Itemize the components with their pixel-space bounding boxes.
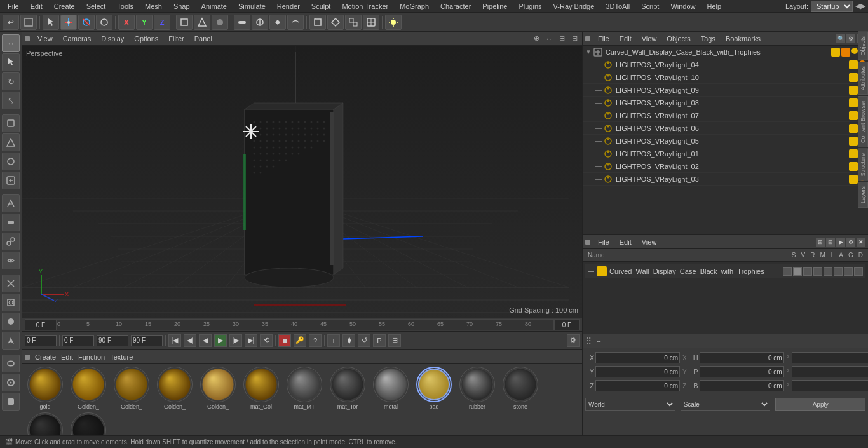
attr-view-menu[interactable]: View bbox=[639, 237, 660, 247]
record-btn[interactable]: ⏺ bbox=[278, 334, 291, 347]
material-item-Golden_[interactable]: Golden_ bbox=[198, 367, 238, 410]
menu-motion-tracker[interactable]: Motion Tracker bbox=[337, 1, 393, 11]
material-item-rubber[interactable]: rubber bbox=[457, 367, 498, 410]
key-btn[interactable]: ⧫ bbox=[342, 334, 355, 347]
edge-mode-btn[interactable] bbox=[194, 15, 210, 30]
undo-btn[interactable]: ↩ bbox=[3, 15, 19, 30]
tool-c[interactable] bbox=[2, 153, 20, 170]
axis-z-btn[interactable]: Z bbox=[154, 15, 170, 30]
move-tool-left[interactable]: ↔ bbox=[2, 34, 20, 52]
scale-tool-btn[interactable] bbox=[78, 15, 95, 30]
menu-edit[interactable]: Edit bbox=[25, 1, 48, 11]
menu-plugins[interactable]: Plugins bbox=[513, 1, 546, 11]
transport-start[interactable] bbox=[62, 335, 94, 346]
coord-angle-2[interactable] bbox=[792, 366, 868, 377]
tool-i[interactable] bbox=[2, 275, 20, 292]
coord-y-pos[interactable] bbox=[595, 366, 680, 377]
tool-a[interactable] bbox=[2, 114, 20, 132]
menu-render[interactable]: Render bbox=[272, 1, 305, 11]
tool5[interactable] bbox=[234, 15, 250, 30]
material-item-gold[interactable]: gold bbox=[25, 367, 65, 410]
tool8[interactable] bbox=[287, 15, 304, 30]
timeline-frame-display[interactable]: 0 F bbox=[25, 319, 57, 330]
play-btn[interactable]: ▶ bbox=[214, 334, 227, 347]
tab-layers[interactable]: Layers bbox=[858, 182, 868, 208]
coord-h-rot[interactable] bbox=[700, 352, 784, 363]
tool-b[interactable] bbox=[2, 133, 20, 151]
render-view-btn[interactable] bbox=[20, 15, 37, 30]
menu-mesh[interactable]: Mesh bbox=[140, 1, 167, 11]
cameras-menu-item[interactable]: Cameras bbox=[60, 34, 94, 44]
coord-p-rot[interactable] bbox=[700, 366, 784, 377]
tool-m[interactable] bbox=[2, 355, 20, 372]
material-item-mat_Tor[interactable]: mat_Tor bbox=[327, 367, 368, 410]
cycle-btn[interactable]: ↺ bbox=[358, 334, 370, 347]
attr-icon-5[interactable]: ✖ bbox=[857, 238, 865, 247]
settings-btn[interactable]: ⚙ bbox=[567, 334, 580, 347]
move-tool-btn[interactable] bbox=[60, 15, 77, 30]
goto-start-btn[interactable]: |◀ bbox=[168, 334, 181, 347]
rotate-left[interactable]: ↻ bbox=[2, 72, 20, 90]
attr-icon-4[interactable]: ⚙ bbox=[846, 238, 855, 247]
menu-create[interactable]: Create bbox=[49, 1, 80, 11]
menu-window[interactable]: Window bbox=[665, 1, 700, 11]
menu-vray[interactable]: V-Ray Bridge bbox=[548, 1, 600, 11]
view-menu-item[interactable]: View bbox=[35, 34, 55, 44]
mat-create-menu[interactable]: Create bbox=[35, 353, 56, 361]
grid-btn[interactable]: ⊞ bbox=[388, 334, 401, 347]
coord-z-pos[interactable] bbox=[595, 380, 680, 391]
menu-select[interactable]: Select bbox=[81, 1, 111, 11]
tool6[interactable] bbox=[252, 15, 268, 30]
mat-function-menu[interactable]: Function bbox=[78, 353, 105, 361]
tool7[interactable] bbox=[269, 15, 286, 30]
material-item-mat_Gol[interactable]: mat_Gol bbox=[241, 367, 281, 410]
material-item-metal[interactable]: metal bbox=[370, 367, 411, 410]
axis-x-btn[interactable]: X bbox=[118, 15, 135, 30]
viewport-icon-1[interactable]: ⊕ bbox=[531, 34, 541, 44]
coords-world-select[interactable]: World bbox=[585, 398, 675, 411]
view-right-btn[interactable] bbox=[345, 15, 362, 30]
coords-apply-btn[interactable]: Apply bbox=[775, 398, 865, 411]
transport-current-frame[interactable] bbox=[25, 335, 57, 346]
coord-x-pos[interactable] bbox=[595, 352, 680, 363]
tool-f[interactable] bbox=[2, 214, 20, 231]
menu-sculpt[interactable]: Sculpt bbox=[306, 1, 336, 11]
render-small-btn[interactable] bbox=[212, 15, 228, 30]
attr-icon-1[interactable]: ⊞ bbox=[816, 238, 825, 247]
transport-end[interactable] bbox=[97, 335, 128, 346]
prev-frame-btn[interactable]: ◀| bbox=[184, 334, 196, 347]
obj-bookmarks-menu[interactable]: Bookmarks bbox=[723, 34, 763, 44]
coord-angle-1[interactable] bbox=[792, 352, 868, 363]
material-item-Golden_[interactable]: Golden_ bbox=[154, 367, 195, 410]
obj-row-light-05[interactable]: — LIGHTPOS_VRayLight_05 bbox=[583, 135, 868, 147]
obj-file-menu[interactable]: File bbox=[595, 34, 612, 44]
tab-structure[interactable]: Structure bbox=[858, 149, 868, 181]
loop-btn[interactable]: ⟲ bbox=[260, 334, 273, 347]
view-perspective-btn[interactable] bbox=[309, 15, 326, 30]
mat-edit-menu[interactable]: Edit bbox=[61, 353, 73, 361]
light-btn[interactable] bbox=[385, 15, 402, 30]
select-left[interactable] bbox=[2, 53, 20, 71]
tool-d[interactable] bbox=[2, 172, 20, 189]
help-btn[interactable]: ? bbox=[309, 334, 322, 347]
layout-arrows[interactable]: ◀▶ bbox=[855, 2, 865, 10]
obj-row-curved-wall[interactable]: ▼ Curved_Wall_Display_Case_Black_with_Tr… bbox=[583, 46, 868, 58]
obj-view-menu[interactable]: View bbox=[639, 34, 660, 44]
tab-attributes[interactable]: Attributes bbox=[858, 62, 868, 95]
menu-pipeline[interactable]: Pipeline bbox=[477, 1, 512, 11]
menu-snap[interactable]: Snap bbox=[168, 1, 195, 11]
menu-3dtoall[interactable]: 3DToAll bbox=[600, 1, 635, 11]
obj-edit-menu[interactable]: Edit bbox=[617, 34, 634, 44]
tab-content-browser[interactable]: Content Browser bbox=[858, 96, 868, 147]
coord-b-rot[interactable] bbox=[700, 380, 784, 391]
tool-j[interactable] bbox=[2, 294, 20, 311]
material-item-Golden_[interactable]: Golden_ bbox=[68, 367, 109, 410]
rotate-tool-btn[interactable] bbox=[96, 15, 112, 30]
material-item-mat_MT[interactable]: mat_MT bbox=[284, 367, 325, 410]
options-menu-item[interactable]: Options bbox=[132, 34, 161, 44]
material-item-stone[interactable]: stone bbox=[500, 367, 541, 410]
point-mode-btn[interactable] bbox=[176, 15, 193, 30]
menu-character[interactable]: Character bbox=[435, 1, 476, 11]
obj-row-light-06[interactable]: — LIGHTPOS_VRayLight_06 bbox=[583, 122, 868, 135]
tool-o[interactable] bbox=[2, 393, 20, 411]
